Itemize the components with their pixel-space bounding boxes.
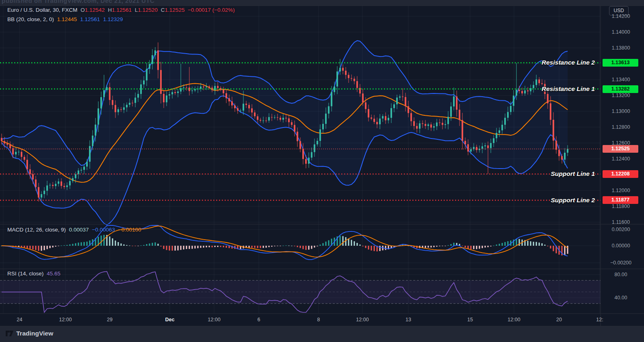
level-label[interactable]: Support Line 1 [386,170,595,177]
price-tick-label: 1.13000 [604,108,638,115]
macd-legend[interactable]: MACD (12, 26, close, 9) 0.00037 −0.00063… [7,227,141,233]
bb-lower-value: 1.12329 [103,16,123,22]
ohlc-o-label: O [80,7,85,13]
macd-tick-label: 0.00200 [604,226,638,233]
price-tick-label: 1.12400 [604,156,638,162]
time-tick-label: 12: [585,316,614,323]
tradingview-attribution[interactable]: TradingView [6,329,53,338]
level-price-badge: 1.13613 [603,59,638,67]
price-tick-label: 1.13400 [604,76,638,83]
level-label[interactable]: Resistance Line 2 [386,59,595,66]
time-tick-label: 12:00 [200,316,228,323]
time-tick-label: 29 [95,316,124,323]
rsi-tick-label: 80.00 [604,271,638,278]
ohlc-change: −0.00017 (−0.02%) [188,7,235,13]
ohlc-h-value: 1.12561 [112,7,132,13]
level-price-badge: 1.13282 [603,85,638,93]
price-tick-label: 1.13200 [604,92,638,99]
time-tick-label: Dec [156,316,184,323]
ohlc-c-label: C [161,7,165,13]
macd-signal-value: −0.00100 [118,227,141,233]
symbol-title[interactable]: Euro / U.S. Dollar, 30, FXCM [7,7,78,13]
price-tick-label: 1.12000 [604,187,638,194]
time-tick-label: 24 [5,316,34,323]
time-tick-label: 12:00 [500,316,528,323]
price-tick-label: 1.13800 [604,45,638,51]
ohlc-c-value: 1.12525 [165,7,185,13]
price-tick-label: 1.11600 [604,219,638,225]
price-tick-label: 1.14200 [604,13,638,19]
macd-tick-label: 0.00000 [604,242,638,249]
price-tick-label: 1.12800 [604,124,638,130]
time-tick-label: 12:00 [348,316,377,323]
level-label[interactable]: Resistance Line 1 [386,85,595,93]
rsi-value: 45.65 [47,271,61,277]
ohlc-o-value: 1.12542 [85,7,105,13]
bb-basis-value: 1.12445 [57,16,77,22]
last-price-badge: 1.12525 [603,145,638,153]
macd-line-value: −0.00063 [92,227,115,233]
tradingview-logo-icon [6,331,13,337]
rsi-legend[interactable]: RSI (14, close) 45.65 [7,271,61,277]
macd-hist-value: 0.00037 [69,227,89,233]
time-tick-label: 6 [245,316,273,323]
time-tick-label: 8 [304,316,333,323]
bb-upper-value: 1.12561 [80,16,100,22]
time-tick-label: 12:00 [51,316,80,323]
ohlc-h-label: H [108,7,112,13]
trading-chart-app: published on TradingView.com, Dec 21, 20… [0,0,644,342]
macd-title[interactable]: MACD (12, 26, close, 9) [7,227,66,233]
level-price-badge: 1.12208 [603,170,638,178]
price-tick-label: 1.14000 [604,29,638,35]
price-tick-label: 1.11800 [604,203,638,210]
bb-title[interactable]: BB (20, close, 2, 0) [7,16,54,22]
level-price-badge: 1.11877 [603,196,638,204]
rsi-title[interactable]: RSI (14, close) [7,271,43,277]
bb-legend[interactable]: BB (20, close, 2, 0) 1.12445 1.12561 1.1… [7,16,123,22]
macd-tick-label: −0.00200 [604,260,638,266]
level-label[interactable]: Support Line 2 [386,197,595,204]
time-tick-label: 15 [456,316,484,323]
rsi-tick-label: 40.00 [604,294,638,301]
time-tick-label: 20 [545,316,573,323]
ohlc-l-value: 1.12520 [138,7,158,13]
symbol-legend[interactable]: Euro / U.S. Dollar, 30, FXCM O1.12542 H1… [7,7,235,13]
time-tick-label: 13 [394,316,423,323]
tradingview-brand-text[interactable]: TradingView [16,330,53,337]
